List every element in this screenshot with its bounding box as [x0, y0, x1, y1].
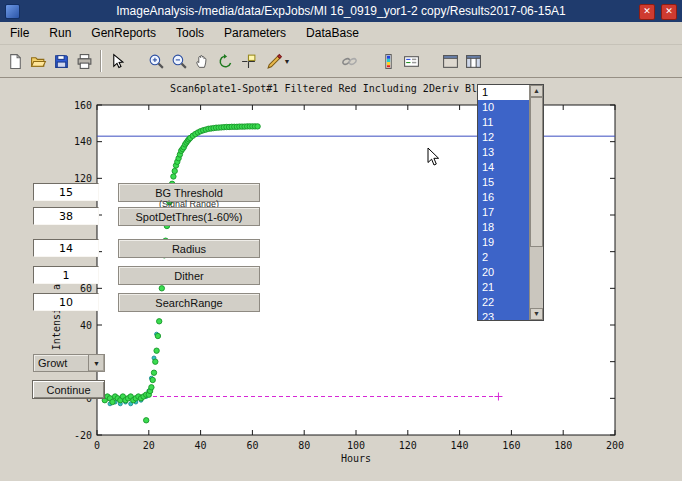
window-title: ImageAnalysis-/media/data/ExpJobs/MI 16_… — [0, 0, 682, 22]
listbox-item[interactable]: 18 — [478, 220, 529, 235]
svg-text:100: 100 — [347, 440, 365, 451]
scan-list: 1 10 11 12 13 14 15 16 17 18 19 2 20 21 … — [478, 85, 529, 320]
dither-label-button[interactable]: Dither — [118, 266, 260, 285]
svg-text:140: 140 — [74, 136, 92, 147]
hand-icon — [194, 53, 211, 70]
menubar: File Run GenReports Tools Parameters Dat… — [0, 22, 682, 45]
radius-label-button[interactable]: Radius — [118, 239, 260, 258]
svg-text:60: 60 — [246, 440, 258, 451]
insert-legend-button[interactable] — [400, 50, 423, 73]
rotate-3d-button[interactable] — [214, 50, 237, 73]
growth-mode-value: Growt — [34, 357, 88, 369]
listbox-item[interactable]: 15 — [478, 175, 529, 190]
plot-canvas[interactable]: -200204060801001201401600204060801001201… — [0, 78, 682, 481]
listbox-item[interactable]: 23 — [478, 310, 529, 320]
print-figure-button[interactable] — [73, 50, 96, 73]
listbox-item[interactable]: 12 — [478, 130, 529, 145]
data-cursor-icon — [240, 53, 257, 70]
listbox-item[interactable]: 21 — [478, 280, 529, 295]
listbox-item[interactable]: 11 — [478, 115, 529, 130]
zoom-in-button[interactable] — [145, 50, 168, 73]
toolbar: ▼ — [0, 45, 682, 78]
search-range-input[interactable] — [33, 293, 99, 311]
svg-text:140: 140 — [451, 440, 469, 451]
brush-button[interactable]: ▼ — [260, 50, 296, 73]
data-cursor-button[interactable] — [237, 50, 260, 73]
svg-text:160: 160 — [74, 100, 92, 111]
link-plot-button[interactable] — [338, 50, 361, 73]
toolbar-separator — [100, 50, 102, 72]
search-range-label-button[interactable]: SearchRange — [118, 293, 260, 312]
scroll-down-icon[interactable]: ▼ — [530, 308, 543, 320]
listbox-item[interactable]: 2 — [478, 250, 529, 265]
hide-plot-tools-button[interactable] — [439, 50, 462, 73]
open-file-button[interactable] — [27, 50, 50, 73]
menu-item-database[interactable]: DataBase — [296, 23, 369, 44]
menu-item-run[interactable]: Run — [39, 23, 81, 44]
listbox-item[interactable]: 14 — [478, 160, 529, 175]
close-button[interactable]: ✕ — [661, 4, 677, 20]
save-figure-button[interactable] — [50, 50, 73, 73]
bg-threshold-input[interactable] — [33, 183, 99, 201]
scan-listbox: 1 10 11 12 13 14 15 16 17 18 19 2 20 21 … — [477, 84, 544, 321]
menu-item-file[interactable]: File — [0, 23, 39, 44]
rotate-icon — [217, 53, 234, 70]
plot-title: Scan6plate1-Spot#1 Filtered Red Includin… — [170, 83, 477, 94]
svg-text:80: 80 — [298, 440, 310, 451]
svg-text:0: 0 — [94, 440, 100, 451]
spot-det-thres-label-button[interactable]: SpotDetThres(1-60%) — [118, 207, 260, 226]
show-plot-tools-button[interactable] — [462, 50, 485, 73]
dither-input[interactable] — [33, 266, 99, 284]
printer-icon — [76, 53, 93, 70]
listbox-item[interactable]: 19 — [478, 235, 529, 250]
svg-text:20: 20 — [143, 440, 155, 451]
floppy-disk-icon — [53, 53, 70, 70]
link-icon — [341, 53, 358, 70]
listbox-item[interactable]: 10 — [478, 100, 529, 115]
listbox-item[interactable]: 16 — [478, 190, 529, 205]
svg-text:120: 120 — [399, 440, 417, 451]
edit-plot-button[interactable] — [106, 50, 129, 73]
growth-mode-dropdown[interactable]: Growt ▼ — [33, 354, 105, 372]
show-plot-tools-icon — [465, 53, 482, 70]
bg-threshold-sublabel: (Signal Range) — [118, 199, 260, 207]
hide-plot-tools-icon — [442, 53, 459, 70]
scroll-up-icon[interactable]: ▲ — [530, 85, 543, 97]
svg-text:40: 40 — [195, 440, 207, 451]
zoom-out-button[interactable] — [168, 50, 191, 73]
menu-item-genreports[interactable]: GenReports — [81, 23, 166, 44]
continue-button[interactable]: Continue — [32, 380, 105, 399]
listbox-item[interactable]: 17 — [478, 205, 529, 220]
radius-input[interactable] — [33, 239, 99, 257]
zoom-in-icon — [148, 53, 165, 70]
listbox-item[interactable]: 1 — [478, 85, 529, 100]
menu-item-tools[interactable]: Tools — [166, 23, 214, 44]
listbox-item[interactable]: 22 — [478, 295, 529, 310]
legend-icon — [403, 53, 420, 70]
svg-text:40: 40 — [80, 320, 92, 331]
app-window: ImageAnalysis-/media/data/ExpJobs/MI 16_… — [0, 0, 682, 481]
window-button-secondary[interactable]: ✕ — [639, 4, 655, 20]
chevron-down-icon: ▼ — [284, 58, 291, 65]
listbox-item[interactable]: 20 — [478, 265, 529, 280]
new-figure-button[interactable] — [4, 50, 27, 73]
svg-text:180: 180 — [554, 440, 572, 451]
titlebar[interactable]: ImageAnalysis-/media/data/ExpJobs/MI 16_… — [0, 0, 682, 22]
scrollbar-thumb[interactable] — [530, 97, 543, 247]
svg-text:Hours: Hours — [341, 453, 371, 464]
figure-area: -200204060801001201401600204060801001201… — [0, 78, 682, 481]
listbox-scrollbar[interactable]: ▲ ▼ — [529, 85, 543, 320]
insert-colorbar-button[interactable] — [377, 50, 400, 73]
colorbar-icon — [380, 53, 397, 70]
pointer-arrow-icon — [109, 53, 126, 70]
brush-icon — [266, 53, 283, 70]
svg-text:200: 200 — [606, 440, 624, 451]
menu-item-parameters[interactable]: Parameters — [214, 23, 296, 44]
svg-text:160: 160 — [502, 440, 520, 451]
listbox-item[interactable]: 13 — [478, 145, 529, 160]
spot-det-thres-input[interactable] — [33, 207, 99, 225]
open-folder-icon — [30, 53, 47, 70]
new-document-icon — [7, 53, 24, 70]
zoom-out-icon — [171, 53, 188, 70]
pan-button[interactable] — [191, 50, 214, 73]
